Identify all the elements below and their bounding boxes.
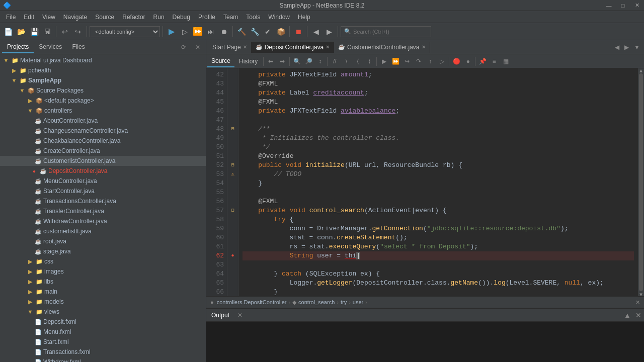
menu-window[interactable]: Window bbox=[264, 13, 294, 22]
source-tab[interactable]: Source bbox=[207, 55, 234, 67]
config-dropdown[interactable]: <default config> bbox=[90, 26, 160, 37]
run-button[interactable]: ▶ bbox=[166, 26, 178, 38]
stop-button[interactable]: ⏹ bbox=[292, 26, 304, 38]
src-btn-shift-left[interactable]: ⟨ bbox=[352, 56, 363, 67]
tree-item-changeusename[interactable]: ☕ ChangeusenameController.java bbox=[0, 126, 206, 136]
search-box[interactable]: 🔍 bbox=[341, 26, 431, 37]
src-btn-bookmarks[interactable]: 📌 bbox=[477, 56, 488, 67]
new-project-button[interactable]: 📄 bbox=[2, 26, 14, 38]
output-close[interactable]: ✕ bbox=[633, 310, 644, 321]
menu-refactor[interactable]: Refactor bbox=[118, 13, 149, 22]
menu-tools[interactable]: Tools bbox=[242, 13, 264, 22]
tree-item-customerlist[interactable]: ☕ CustomerlistController.java bbox=[0, 156, 206, 166]
tree-item-material[interactable]: ▼ 📁 Material ui java Dashboard bbox=[0, 55, 206, 65]
tree-item-deposit-ctrl[interactable]: ● ☕ DepositController.java bbox=[0, 166, 206, 176]
tree-item-withdraw-fxml[interactable]: 📄 Withdraw.fxml bbox=[0, 357, 206, 362]
tree-item-sampleapp[interactable]: ▼ 📁 SampleApp bbox=[0, 75, 206, 85]
src-btn-uncomment[interactable]: \ bbox=[341, 56, 352, 67]
tree-item-transactions[interactable]: ☕ TransactionsController.java bbox=[0, 196, 206, 206]
src-btn-continue[interactable]: ▷ bbox=[436, 56, 447, 67]
tree-item-main[interactable]: ▶ 📁 main bbox=[0, 287, 206, 297]
tree-item-customerlisttt[interactable]: ☕ customerlisttt.java bbox=[0, 226, 206, 236]
tab-menu-button[interactable]: ▼ bbox=[632, 43, 642, 52]
tree-item-source-packages[interactable]: ▼ 📦 Source Packages bbox=[0, 85, 206, 96]
menu-profile[interactable]: Profile bbox=[194, 13, 219, 22]
run-file-button[interactable]: ▷ bbox=[179, 26, 191, 38]
tree-item-transfer[interactable]: ☕ TransferController.java bbox=[0, 206, 206, 216]
left-panel-close[interactable]: ✕ bbox=[192, 41, 204, 53]
tab-files[interactable]: Files bbox=[67, 41, 90, 53]
tab-customerlist-controller[interactable]: ☕ CustomerlistController.java ✕ bbox=[334, 42, 430, 53]
tree-item-models[interactable]: ▶ 📁 models bbox=[0, 297, 206, 307]
scroll-up-arrow[interactable]: ▲ bbox=[639, 68, 643, 72]
tree-item-start-ctrl[interactable]: ☕ StartController.java bbox=[0, 186, 206, 196]
search-input[interactable] bbox=[353, 29, 428, 35]
minimize-button[interactable]: — bbox=[602, 0, 616, 11]
tab-projects[interactable]: Projects bbox=[2, 41, 34, 53]
close-output-tab[interactable]: ✕ bbox=[234, 310, 246, 321]
next-tab-button[interactable]: ▶ bbox=[622, 43, 631, 52]
left-panel-sync[interactable]: ⟳ bbox=[178, 41, 190, 53]
src-btn-toggle-bp[interactable]: ● bbox=[462, 56, 473, 67]
menu-team[interactable]: Team bbox=[219, 13, 242, 22]
scroll-down-arrow[interactable]: ▼ bbox=[639, 292, 643, 296]
scroll-thumb[interactable] bbox=[639, 73, 643, 291]
tree-item-withdraw[interactable]: ☕ WithdrawController.java bbox=[0, 216, 206, 226]
tree-item-views[interactable]: ▼ 📁 views bbox=[0, 307, 206, 317]
menu-debug[interactable]: Debug bbox=[169, 13, 194, 22]
menu-edit[interactable]: Edit bbox=[20, 13, 38, 22]
tree-item-about-ctrl[interactable]: ☕ AboutController.java bbox=[0, 116, 206, 126]
clean-build-button[interactable]: 🔧 bbox=[249, 26, 261, 38]
tree-item-menu-fxml[interactable]: 📄 Menu.fxml bbox=[0, 327, 206, 337]
src-btn-run[interactable]: ▶ bbox=[378, 56, 389, 67]
tree-item-menu-ctrl[interactable]: ☕ MenuController.java bbox=[0, 176, 206, 186]
menu-help[interactable]: Help bbox=[294, 13, 314, 22]
forward-button[interactable]: ▶ bbox=[323, 26, 335, 38]
deploy-button[interactable]: 📦 bbox=[275, 26, 287, 38]
save-button[interactable]: 💾 bbox=[28, 26, 40, 38]
open-project-button[interactable]: 📂 bbox=[15, 26, 27, 38]
src-btn-debug[interactable]: ⏩ bbox=[390, 56, 401, 67]
back-button[interactable]: ◀ bbox=[310, 26, 322, 38]
gi-52-collapse[interactable]: ⊟ bbox=[228, 161, 237, 170]
src-btn-step-out[interactable]: ↑ bbox=[425, 56, 436, 67]
save-all-button[interactable]: 🖫 bbox=[41, 26, 53, 38]
tab-deposit-controller[interactable]: ☕ DepositController.java ✕ bbox=[252, 42, 334, 53]
menu-file[interactable]: File bbox=[2, 13, 20, 22]
src-btn-breakpoint[interactable]: 🔴 bbox=[451, 56, 462, 67]
menu-view[interactable]: View bbox=[38, 13, 59, 22]
redo-button[interactable]: ↪ bbox=[72, 26, 84, 38]
src-btn-search[interactable]: 🔍 bbox=[291, 56, 302, 67]
tree-item-default-package[interactable]: ▶ 📦 <default package> bbox=[0, 96, 206, 106]
maximize-button[interactable]: □ bbox=[616, 0, 630, 11]
tree-item-pchealth[interactable]: ▶ 📁 pchealth bbox=[0, 65, 206, 75]
src-btn-step-over[interactable]: ↷ bbox=[413, 56, 424, 67]
bc-user[interactable]: user bbox=[353, 299, 363, 305]
tree-item-images[interactable]: ▶ 📁 images bbox=[0, 266, 206, 277]
menu-navigate[interactable]: Navigate bbox=[59, 13, 91, 22]
tree-item-transactions-fxml[interactable]: 📄 Transactions.fxml bbox=[0, 347, 206, 357]
output-maximize[interactable]: ▲ bbox=[622, 310, 633, 321]
vertical-scrollbar[interactable]: ▲ ▼ bbox=[638, 68, 644, 296]
prev-tab-button[interactable]: ◀ bbox=[613, 43, 621, 52]
tree-item-controllers[interactable]: ▼ 📦 controllers bbox=[0, 106, 206, 116]
gi-57-collapse[interactable]: ⊟ bbox=[228, 206, 237, 215]
src-btn-step[interactable]: ↪ bbox=[401, 56, 413, 67]
tab-services[interactable]: Services bbox=[34, 41, 67, 53]
tree-item-start-fxml[interactable]: 📄 Start.fxml bbox=[0, 337, 206, 347]
src-btn-layout[interactable]: ▦ bbox=[500, 56, 511, 67]
bc-deposit-controller[interactable]: controllers.DepositController bbox=[217, 299, 287, 305]
tree-item-libs[interactable]: ▶ 📁 libs bbox=[0, 277, 206, 287]
src-btn-forward[interactable]: ➡ bbox=[277, 56, 288, 67]
debug-file-button[interactable]: ⏭ bbox=[205, 26, 217, 38]
debug-button[interactable]: ⏩ bbox=[192, 26, 204, 38]
menu-run[interactable]: Run bbox=[149, 13, 169, 22]
close-customerlist-tab[interactable]: ✕ bbox=[422, 44, 426, 50]
bc-try[interactable]: try bbox=[341, 299, 347, 305]
src-btn-toggle[interactable]: ↕ bbox=[314, 56, 326, 67]
tree-item-deposit-fxml[interactable]: 📄 Deposit.fxml bbox=[0, 317, 206, 327]
bc-control-search[interactable]: control_search bbox=[298, 299, 335, 305]
tree-item-stage[interactable]: ☕ stage.java bbox=[0, 246, 206, 256]
src-btn-more[interactable]: ≡ bbox=[489, 56, 500, 67]
profile-button[interactable]: ⏺ bbox=[218, 26, 230, 38]
